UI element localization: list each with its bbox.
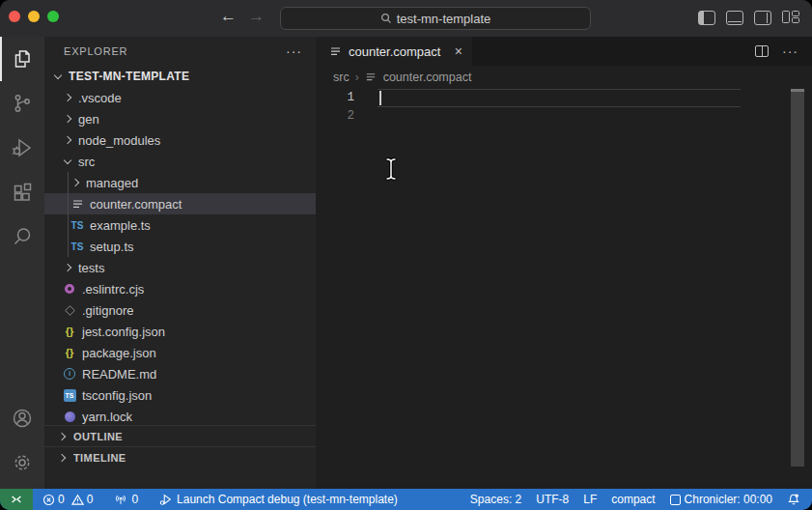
explorer-sidebar: EXPLORER ··· TEST-MN-TEMPLATE .vscode ge… xyxy=(44,37,316,489)
indentation-status[interactable]: Spaces: 2 xyxy=(470,493,521,506)
toggle-secondary-sidebar-icon[interactable] xyxy=(754,11,771,25)
encoding-status[interactable]: UTF-8 xyxy=(536,493,569,506)
ports-status[interactable]: 0 xyxy=(114,493,138,506)
editor-scrollbar[interactable] xyxy=(791,89,804,467)
tree-item-node-modules[interactable]: node_modules xyxy=(44,129,316,151)
timeline-section-header[interactable]: TIMELINE xyxy=(44,446,316,468)
settings-button[interactable] xyxy=(0,440,44,485)
stop-square-icon xyxy=(670,495,681,505)
tree-item-label: example.ts xyxy=(90,218,151,233)
editor-content[interactable]: 1 2 xyxy=(316,89,812,489)
tree-item-setup-ts[interactable]: TSsetup.ts xyxy=(44,236,316,257)
line-number: 1 xyxy=(316,89,354,107)
ports-count: 0 xyxy=(131,493,138,506)
chevron-right-icon xyxy=(71,179,79,186)
breadcrumb-file[interactable]: counter.compact xyxy=(383,71,472,84)
tree-item-tests[interactable]: tests xyxy=(44,257,316,278)
notifications-button[interactable] xyxy=(787,493,800,506)
run-debug-view-button[interactable] xyxy=(0,126,44,170)
tree-item-tsconfig[interactable]: TStsconfig.json xyxy=(44,384,316,406)
debug-launch-label: Launch Compact debug (test-mn-template) xyxy=(177,493,398,506)
chevron-right-icon xyxy=(58,432,66,439)
titlebar: ← → test-mn-template xyxy=(0,0,812,38)
editor-more-actions-icon[interactable]: ··· xyxy=(782,43,798,59)
tree-item-label: gen xyxy=(78,112,99,127)
info-icon: i xyxy=(62,366,77,382)
back-arrow-icon[interactable]: ← xyxy=(220,7,237,26)
tree-item-jest-config[interactable]: {}jest.config.json xyxy=(44,321,316,342)
tree-item-gitignore[interactable]: .gitignore xyxy=(44,299,316,321)
git-icon xyxy=(62,302,77,318)
account-icon xyxy=(11,407,34,430)
chevron-right-icon xyxy=(64,264,71,271)
account-button[interactable] xyxy=(0,396,44,440)
split-editor-icon[interactable] xyxy=(755,45,769,57)
tree-item-managed[interactable]: managed xyxy=(44,172,316,193)
breadcrumb-folder[interactable]: src xyxy=(333,71,350,84)
close-window-button[interactable] xyxy=(9,11,20,22)
activity-bar xyxy=(0,37,44,489)
outline-section-header[interactable]: OUTLINE xyxy=(44,425,316,446)
tree-item-label: .eslintrc.cjs xyxy=(82,282,144,297)
zoom-window-button[interactable] xyxy=(47,11,59,22)
tree-item-vscode[interactable]: .vscode xyxy=(44,87,316,108)
editor-group: counter.compact × ··· src › counter.comp… xyxy=(316,37,812,489)
list-file-icon xyxy=(365,70,378,85)
chevron-right-icon xyxy=(64,94,71,101)
breadcrumb-separator-icon: › xyxy=(355,71,359,84)
outline-label: OUTLINE xyxy=(73,431,123,442)
files-icon xyxy=(11,47,34,71)
tree-item-yarn-lock[interactable]: yarn.lock xyxy=(44,406,316,427)
chronicler-status[interactable]: Chronicler: 00:00 xyxy=(670,493,772,506)
tree-item-readme[interactable]: iREADME.md xyxy=(44,363,316,384)
tree-item-label: counter.compact xyxy=(90,197,182,212)
tree-item-counter-compact[interactable]: counter.compact xyxy=(44,193,316,214)
problems-status[interactable]: 0 0 xyxy=(42,493,93,506)
source-control-view-button[interactable] xyxy=(0,81,44,126)
tree-item-src[interactable]: src xyxy=(44,151,316,172)
tab-counter-compact[interactable]: counter.compact × xyxy=(316,37,472,66)
forward-arrow-icon[interactable]: → xyxy=(248,7,265,26)
traffic-lights xyxy=(9,11,59,22)
explorer-more-actions-icon[interactable]: ··· xyxy=(286,43,302,59)
current-line-highlight xyxy=(378,89,741,107)
tree-item-label: src xyxy=(78,155,95,169)
close-tab-icon[interactable]: × xyxy=(455,43,462,59)
debug-start-icon xyxy=(159,493,173,506)
tree-item-label: managed xyxy=(86,176,138,190)
extensions-icon xyxy=(11,181,34,204)
tree-item-example-ts[interactable]: TSexample.ts xyxy=(44,214,316,236)
minimize-window-button[interactable] xyxy=(28,11,40,22)
eol-status[interactable]: LF xyxy=(583,493,597,506)
list-file-icon xyxy=(70,196,85,212)
json-icon: {} xyxy=(62,324,77,339)
tree-item-label: yarn.lock xyxy=(82,410,132,424)
search-view-button[interactable] xyxy=(0,214,44,259)
mouse-cursor-ibeam xyxy=(383,156,399,182)
settings-gear-icon xyxy=(11,451,34,474)
command-center-search[interactable]: test-mn-template xyxy=(280,7,591,30)
explorer-view-button[interactable] xyxy=(0,37,44,81)
language-mode-status[interactable]: compact xyxy=(611,493,655,506)
debug-launch-status[interactable]: Launch Compact debug (test-mn-template) xyxy=(159,493,398,506)
toggle-panel-icon[interactable] xyxy=(726,11,743,25)
debug-icon xyxy=(11,136,34,159)
tree-item-gen[interactable]: gen xyxy=(44,108,316,129)
tree-item-label: .vscode xyxy=(78,91,122,105)
chevron-right-icon xyxy=(64,115,71,123)
remote-indicator[interactable] xyxy=(0,489,33,510)
customize-layout-icon[interactable] xyxy=(782,11,799,23)
typescript-icon: TS xyxy=(70,239,85,254)
extensions-view-button[interactable] xyxy=(0,170,44,214)
error-icon xyxy=(42,494,55,506)
tree-item-label: README.md xyxy=(82,367,156,382)
tree-root-folder[interactable]: TEST-MN-TEMPLATE xyxy=(44,66,316,87)
indent-guide xyxy=(68,172,69,257)
tree-item-eslintrc[interactable]: .eslintrc.cjs xyxy=(44,278,316,299)
breadcrumb: src › counter.compact xyxy=(316,66,812,89)
warning-count: 0 xyxy=(87,493,94,506)
error-count: 0 xyxy=(58,493,65,506)
toggle-primary-sidebar-icon[interactable] xyxy=(698,11,715,25)
tree-item-package-json[interactable]: {}package.json xyxy=(44,342,316,363)
tree-item-label: node_modules xyxy=(78,133,160,148)
